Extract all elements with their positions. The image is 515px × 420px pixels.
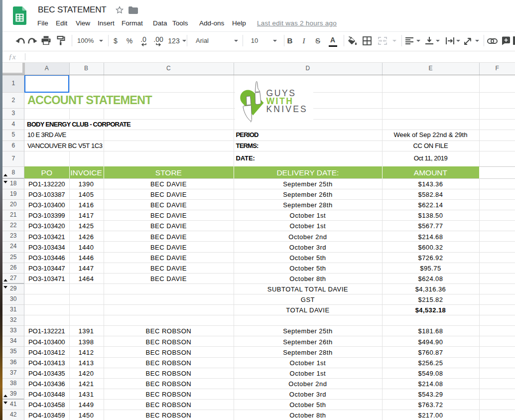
svg-text:KNIVES: KNIVES [266,104,307,114]
